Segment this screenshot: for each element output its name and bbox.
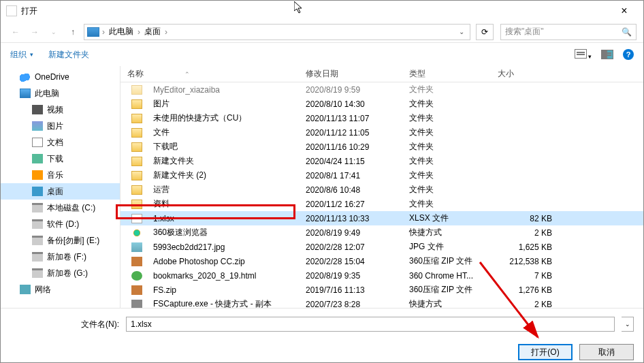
up-button[interactable]: ↑	[65, 24, 81, 40]
file-type: 快捷方式	[402, 227, 491, 238]
file-row[interactable]: 图片2020/8/10 14:30文件夹	[120, 97, 643, 111]
sidebar-item-label: 本地磁盘 (C:)	[47, 202, 95, 214]
folder-icon	[20, 72, 31, 82]
sidebar-item[interactable]: 桌面	[1, 183, 120, 200]
file-icon	[131, 300, 142, 309]
file-row[interactable]: FSCapture.exe - 快捷方式 - 副本2020/7/23 8:28快…	[120, 297, 643, 308]
toolbar: 组织▾ 新建文件夹 ▾ ?	[1, 43, 643, 66]
sidebar-item-label: OneDrive	[35, 72, 69, 82]
file-type: 文件夹	[402, 184, 491, 195]
sidebar-item[interactable]: 音乐	[1, 167, 120, 183]
file-row[interactable]: 360极速浏览器2020/8/19 9:49快捷方式2 KB	[120, 225, 643, 240]
file-type: 文件夹	[402, 84, 491, 95]
folder-icon	[32, 154, 43, 163]
file-type: JPG 文件	[402, 241, 491, 253]
filename-dropdown[interactable]: ⌄	[622, 317, 634, 332]
file-name: 未使用的快捷方式（CU）	[146, 112, 299, 124]
help-icon[interactable]: ?	[623, 49, 634, 60]
file-row[interactable]: 新建文件夹 (2)2020/8/1 17:41文件夹	[120, 168, 643, 183]
file-type: 文件夹	[402, 170, 491, 181]
file-icon	[131, 114, 142, 123]
file-date: 2020/8/19 9:59	[299, 85, 402, 95]
file-icon	[131, 85, 142, 95]
file-date: 2020/8/6 10:48	[299, 185, 402, 195]
back-button[interactable]: ←	[7, 24, 24, 40]
column-type[interactable]: 类型	[402, 68, 491, 80]
search-input[interactable]: 搜索"桌面" 🔍	[500, 24, 637, 40]
sidebar-item[interactable]: 此电脑	[1, 85, 120, 101]
file-row[interactable]: Adobe Photoshop CC.zip2020/2/28 15:04360…	[120, 254, 643, 268]
chevron-right-icon: ›	[163, 27, 169, 37]
sidebar-item[interactable]: 视频	[1, 101, 120, 118]
sidebar-item-label: 图片	[47, 121, 63, 132]
file-icon	[131, 228, 142, 238]
file-type: 文件夹	[402, 155, 491, 167]
file-icon	[131, 200, 142, 209]
sidebar-item[interactable]: 新加卷 (F:)	[1, 249, 120, 265]
column-name[interactable]: 名称⌃	[120, 68, 299, 80]
column-size[interactable]: 大小	[491, 68, 566, 80]
file-date: 2020/2/28 12:07	[299, 242, 402, 252]
sidebar-item-label: 软件 (D:)	[47, 219, 79, 230]
file-row[interactable]: 文件2020/11/12 11:05文件夹	[120, 125, 643, 140]
file-icon	[131, 171, 142, 180]
file-row[interactable]: bookmarks_2020_8_19.html2020/8/19 9:3536…	[120, 268, 643, 283]
file-date: 2020/11/12 11:05	[299, 128, 402, 138]
sidebar: OneDrive此电脑视频图片文档下载音乐桌面本地磁盘 (C:)软件 (D:)备…	[1, 66, 120, 308]
open-dialog: 打开 × ← → ⌄ ↑ › 此电脑 › 桌面 › ⌄ ⟳ 搜索"桌面" 🔍 组…	[0, 0, 644, 363]
file-row[interactable]: 新建文件夹2020/4/24 11:15文件夹	[120, 154, 643, 168]
folder-icon	[32, 121, 43, 131]
sidebar-item[interactable]: 网络	[1, 281, 120, 298]
folder-icon	[32, 170, 43, 180]
organize-button[interactable]: 组织▾	[10, 49, 33, 61]
forward-button[interactable]: →	[27, 24, 43, 40]
file-row[interactable]: 1.xlsx2020/11/13 10:33XLSX 文件82 KB	[120, 211, 643, 225]
search-icon: 🔍	[622, 27, 632, 37]
sidebar-item[interactable]: 文档	[1, 134, 120, 151]
file-row[interactable]: 下载吧2020/11/16 10:29文件夹	[120, 140, 643, 154]
sidebar-item[interactable]: 软件 (D:)	[1, 216, 120, 232]
open-button[interactable]: 打开(O)	[518, 344, 573, 360]
file-row[interactable]: 资料2020/11/2 16:27文件夹	[120, 197, 643, 211]
file-name: 图片	[146, 98, 299, 110]
file-name: 下载吧	[146, 141, 299, 153]
sidebar-item[interactable]: 备份[勿删] (E:)	[1, 232, 120, 249]
file-row[interactable]: 5993ecb2dd217.jpg2020/2/28 12:07JPG 文件1,…	[120, 240, 643, 254]
folder-icon	[32, 252, 43, 262]
sidebar-item[interactable]: OneDrive	[1, 69, 120, 85]
preview-button[interactable]	[601, 50, 613, 59]
breadcrumb-root[interactable]: 此电脑	[108, 26, 135, 37]
file-name: Adobe Photoshop CC.zip	[146, 257, 299, 266]
folder-icon	[32, 236, 43, 245]
column-date[interactable]: 修改日期	[299, 68, 402, 80]
chevron-down-icon[interactable]: ⌄	[459, 28, 464, 35]
file-row[interactable]: FS.zip2019/7/16 11:13360压缩 ZIP 文件1,276 K…	[120, 283, 643, 297]
sidebar-item[interactable]: 下载	[1, 151, 120, 167]
close-icon[interactable]: ×	[611, 5, 638, 17]
file-date: 2020/11/13 11:07	[299, 114, 402, 123]
breadcrumb-folder[interactable]: 桌面	[143, 26, 162, 37]
file-date: 2020/8/19 9:49	[299, 228, 402, 238]
new-folder-button[interactable]: 新建文件夹	[48, 49, 89, 61]
cancel-button[interactable]: 取消	[579, 344, 634, 360]
file-name: 新建文件夹 (2)	[146, 170, 299, 181]
file-name: FS.zip	[146, 285, 299, 295]
filename-input[interactable]	[126, 317, 615, 332]
recent-dropdown[interactable]: ⌄	[46, 24, 62, 40]
sidebar-item[interactable]: 图片	[1, 118, 120, 134]
breadcrumb[interactable]: › 此电脑 › 桌面 › ⌄	[84, 24, 470, 40]
file-icon	[131, 271, 142, 281]
file-row[interactable]: 未使用的快捷方式（CU）2020/11/13 11:07文件夹	[120, 111, 643, 125]
refresh-button[interactable]: ⟳	[476, 24, 494, 40]
file-name: 360极速浏览器	[146, 227, 299, 238]
sidebar-item-label: 备份[勿删] (E:)	[47, 235, 99, 247]
file-row[interactable]: MyEditor_xiazaiba2020/8/19 9:59文件夹	[120, 82, 643, 97]
view-button[interactable]: ▾	[575, 49, 592, 61]
search-placeholder: 搜索"桌面"	[505, 26, 544, 37]
sidebar-item-label: 网络	[35, 284, 51, 296]
sidebar-item[interactable]: 新加卷 (G:)	[1, 265, 120, 281]
file-row[interactable]: 运营2020/8/6 10:48文件夹	[120, 183, 643, 197]
chevron-down-icon: ▾	[30, 51, 33, 58]
chevron-right-icon: ›	[136, 27, 142, 37]
sidebar-item[interactable]: 本地磁盘 (C:)	[1, 200, 120, 216]
